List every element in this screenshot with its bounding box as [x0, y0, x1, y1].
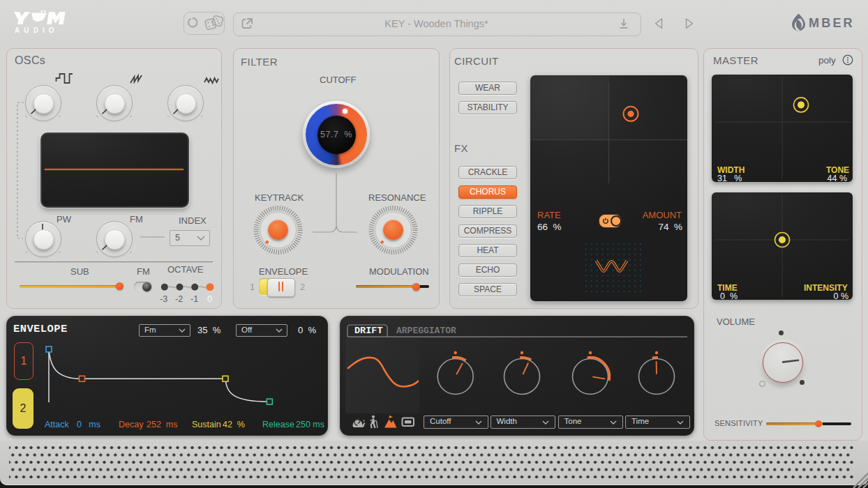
svg-text:AUDIO: AUDIO	[15, 26, 59, 34]
